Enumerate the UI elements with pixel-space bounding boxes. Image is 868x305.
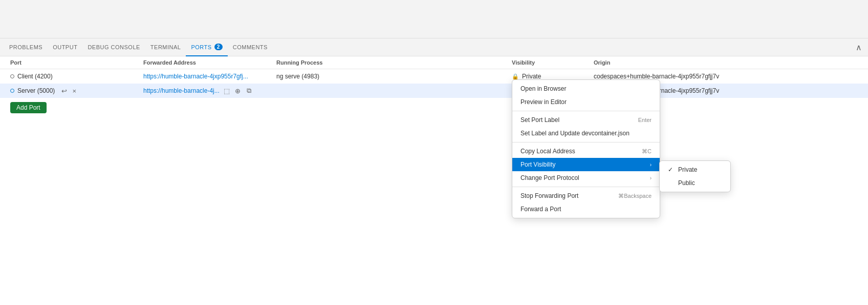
menu-forward-a-port[interactable]: Forward a Port xyxy=(512,202,660,216)
col-port: Port xyxy=(10,59,143,66)
running-process-1: ng serve (4983) xyxy=(276,73,512,80)
tab-bar: PROBLEMS OUTPUT DEBUG CONSOLE TERMINAL P… xyxy=(0,38,868,56)
menu-port-visibility-label: Port Visibility xyxy=(520,161,555,168)
col-origin: Origin xyxy=(594,59,858,66)
visibility-value-1: Private xyxy=(522,73,541,80)
close-icon[interactable]: × xyxy=(70,87,78,95)
tab-terminal[interactable]: TERMINAL xyxy=(145,38,186,56)
table-row[interactable]: Client (4200) https://humble-barnacle-4j… xyxy=(0,69,868,84)
forwarded-link-1[interactable]: https://humble-barnacle-4jxp955r7gfj... xyxy=(143,73,248,80)
tab-debug-label: DEBUG CONSOLE xyxy=(88,44,140,50)
tab-problems[interactable]: PROBLEMS xyxy=(4,38,48,56)
menu-shortcut-copy: ⌘C xyxy=(642,148,652,155)
menu-stop-forwarding[interactable]: Stop Forwarding Port ⌘Backspace xyxy=(512,189,660,202)
submenu-arrow-protocol: › xyxy=(650,175,652,181)
submenu-private-label: Private xyxy=(678,166,697,173)
tab-output[interactable]: OUTPUT xyxy=(48,38,82,56)
tab-comments[interactable]: COMMENTS xyxy=(228,38,273,56)
forwarded-link-2[interactable]: https://humble-barnacle-4j... xyxy=(143,87,220,94)
ports-badge: 2 xyxy=(214,44,223,50)
open-browser-icon[interactable]: ⊕ xyxy=(234,87,242,95)
submenu-private[interactable]: ✓ Private xyxy=(660,163,730,176)
port-status-icon xyxy=(10,74,14,78)
col-visibility: Visibility xyxy=(512,59,594,66)
visibility-cell-1: 🔒 Private xyxy=(512,73,594,80)
menu-shortcut-enter: Enter xyxy=(638,117,652,123)
menu-set-label-update[interactable]: Set Label and Update devcontainer.json xyxy=(512,127,660,140)
preview-icon[interactable]: ⧉ xyxy=(245,87,253,95)
tab-ports[interactable]: PORTS 2 xyxy=(186,38,227,56)
menu-separator-1 xyxy=(512,111,660,111)
forwarded-cell-2: https://humble-barnacle-4j... ⬚ ⊕ ⧉ xyxy=(143,87,276,95)
col-running-process: Running Process xyxy=(276,59,512,66)
tab-ports-label: PORTS xyxy=(191,44,211,50)
menu-preview-label: Preview in Editor xyxy=(520,98,567,106)
ports-panel: Port Forwarded Address Running Process V… xyxy=(0,56,868,305)
submenu-public-label: Public xyxy=(678,179,695,187)
tab-debug-console[interactable]: DEBUG CONSOLE xyxy=(82,38,145,56)
menu-open-in-browser[interactable]: Open in Browser xyxy=(512,82,660,95)
port-value-1: Client (4200) xyxy=(17,73,53,80)
port-cell-2: Server (5000) ↩ × xyxy=(10,87,143,95)
lock-icon-1: 🔒 xyxy=(512,73,519,80)
submenu-arrow-visibility: › xyxy=(650,162,652,168)
menu-forward-port-label: Forward a Port xyxy=(520,206,561,213)
port-visibility-submenu: ✓ Private Public xyxy=(659,160,731,192)
menu-set-port-label-text: Set Port Label xyxy=(520,116,559,124)
ports-table-header: Port Forwarded Address Running Process V… xyxy=(0,56,868,69)
menu-stop-forwarding-label: Stop Forwarding Port xyxy=(520,192,578,199)
menu-preview-in-editor[interactable]: Preview in Editor xyxy=(512,95,660,109)
port-status-icon-active xyxy=(10,89,14,93)
tab-output-label: OUTPUT xyxy=(53,44,77,50)
menu-copy-local-label: Copy Local Address xyxy=(520,148,575,155)
table-row[interactable]: Server (5000) ↩ × https://humble-barnacl… xyxy=(0,84,868,98)
row-actions: ↩ × xyxy=(60,87,78,95)
menu-copy-local-address[interactable]: Copy Local Address ⌘C xyxy=(512,145,660,158)
port-cell-1: Client (4200) xyxy=(10,73,143,80)
menu-change-protocol-label: Change Port Protocol xyxy=(520,174,579,181)
menu-separator-3 xyxy=(512,187,660,187)
context-menu: Open in Browser Preview in Editor Set Po… xyxy=(512,79,660,218)
origin-value-1: codespaces+humble-barnacle-4jxp955r7gfjj… xyxy=(594,73,858,80)
tab-comments-label: COMMENTS xyxy=(233,44,268,50)
add-port-button[interactable]: Add Port xyxy=(10,102,47,113)
port-value-2: Server (5000) xyxy=(17,87,55,94)
submenu-public[interactable]: Public xyxy=(660,176,730,190)
tab-terminal-label: TERMINAL xyxy=(150,44,181,50)
panel-collapse-button[interactable]: ∧ xyxy=(854,40,864,54)
menu-shortcut-backspace: ⌘Backspace xyxy=(618,193,652,199)
menu-open-in-browser-label: Open in Browser xyxy=(520,85,566,92)
menu-port-visibility[interactable]: Port Visibility › xyxy=(512,158,660,171)
menu-separator-2 xyxy=(512,142,660,143)
top-area xyxy=(0,0,868,38)
menu-set-port-label[interactable]: Set Port Label Enter xyxy=(512,113,660,127)
menu-change-port-protocol[interactable]: Change Port Protocol › xyxy=(512,171,660,185)
forwarded-cell-1: https://humble-barnacle-4jxp955r7gfj... xyxy=(143,73,276,80)
col-forwarded-address: Forwarded Address xyxy=(143,59,276,66)
tab-problems-label: PROBLEMS xyxy=(9,44,42,50)
copy-address-icon[interactable]: ⬚ xyxy=(223,87,231,95)
undo-icon[interactable]: ↩ xyxy=(60,87,68,95)
check-private: ✓ xyxy=(668,166,675,173)
menu-set-label-update-text: Set Label and Update devcontainer.json xyxy=(520,130,630,137)
